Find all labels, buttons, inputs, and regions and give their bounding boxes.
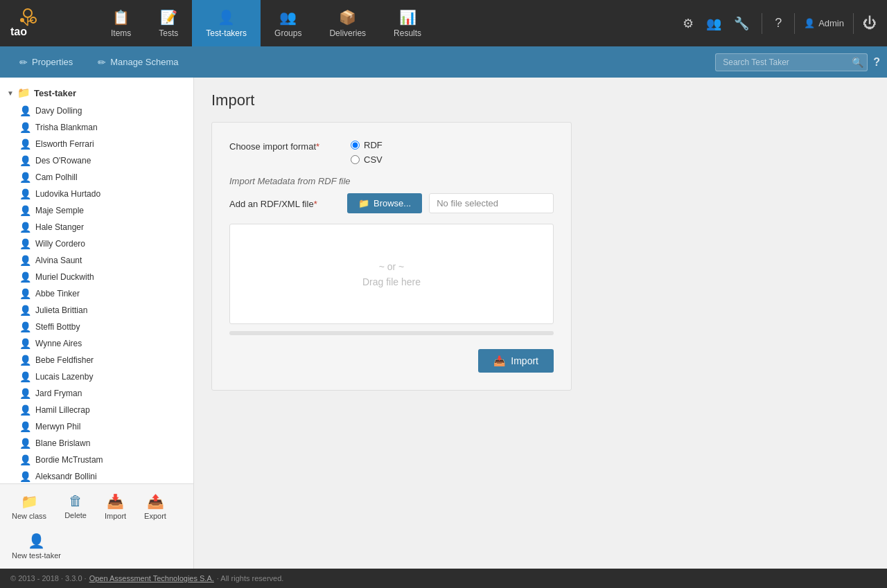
list-item[interactable]: 👤Merwyn Phil [0, 418, 193, 435]
format-rdf-radio[interactable] [351, 141, 360, 150]
logout-button[interactable]: ⏻ [863, 15, 877, 31]
tree-arrow-icon: ▼ [7, 89, 14, 97]
search-input[interactable] [715, 53, 868, 71]
person-icon: 👤 [19, 271, 31, 283]
content-area: Import Choose import format* RDF CSV [194, 78, 887, 569]
drag-drop-area[interactable]: ~ or ~ Drag file here [229, 224, 554, 324]
list-item[interactable]: 👤Des O'Rowane [0, 152, 193, 169]
tools-button[interactable]: 🔧 [730, 12, 753, 35]
list-item[interactable]: 👤Julieta Brittian [0, 302, 193, 319]
list-item[interactable]: 👤Davy Dolling [0, 103, 193, 119]
logo-area: tao [0, 8, 97, 39]
person-name: Trisha Blankman [35, 123, 98, 132]
nav-item-test-takers[interactable]: 👤 Test-takers [192, 0, 261, 46]
person-name: Ludovika Hurtado [35, 189, 100, 199]
person-name: Cam Polhill [35, 172, 78, 182]
list-item[interactable]: 👤Steffi Bottby [0, 319, 193, 335]
svg-line-4 [22, 20, 28, 26]
list-item[interactable]: 👤Blane Brislawn [0, 435, 193, 452]
nav-label-tests: Tests [159, 28, 178, 38]
nav-label-deliveries: Deliveries [329, 28, 366, 38]
list-item[interactable]: 👤Lucais Lazenby [0, 368, 193, 385]
footer-rights: · All rights reserved. [217, 574, 284, 582]
file-label: Add an RDF/XML file* [229, 197, 340, 209]
format-row: Choose import format* RDF CSV [229, 140, 554, 165]
list-item[interactable]: 👤Maje Semple [0, 202, 193, 219]
import-button[interactable]: 📥 Import [96, 488, 134, 526]
sidebar: ▼ 📁 Test-taker 👤Davy Dolling👤Trisha Blan… [0, 78, 194, 569]
properties-edit-icon: ✏ [19, 57, 28, 68]
list-item[interactable]: 👤Trisha Blankman [0, 119, 193, 136]
new-test-taker-icon: 👤 [28, 533, 45, 549]
nav-label-items: Items [111, 28, 131, 38]
list-item[interactable]: 👤Bordie McTrustam [0, 452, 193, 468]
settings-button[interactable]: ⚙ [679, 12, 697, 35]
format-csv-radio[interactable] [351, 155, 360, 164]
logo-icon: tao [7, 8, 42, 39]
svg-point-0 [24, 9, 32, 17]
schema-edit-icon: ✏ [98, 57, 106, 68]
export-label: Export [144, 512, 166, 520]
help-button[interactable]: ? [771, 12, 785, 34]
person-name: Muriel Duckwith [35, 272, 94, 282]
footer-copyright: © 2013 - 2018 · 3.3.0 · [10, 574, 87, 582]
list-item[interactable]: 👤Aleksandr Bollini [0, 468, 193, 483]
person-icon: 👤 [19, 454, 31, 465]
nav-item-groups[interactable]: 👥 Groups [261, 0, 315, 46]
items-icon: 📋 [112, 9, 130, 26]
search-icon-btn[interactable]: 🔍 [852, 57, 863, 68]
browse-button[interactable]: 📁 Browse... [347, 193, 422, 213]
footer-company-link[interactable]: Open Assessment Technologies S.A. [89, 574, 214, 582]
nav-item-results[interactable]: 📊 Results [380, 0, 435, 46]
divider2 [794, 13, 795, 34]
person-icon: 👤 [19, 371, 31, 382]
list-item[interactable]: 👤Hamil Lillecrap [0, 402, 193, 418]
sidebar-tree: ▼ 📁 Test-taker 👤Davy Dolling👤Trisha Blan… [0, 78, 193, 483]
list-item[interactable]: 👤Bebe Feldfisher [0, 352, 193, 368]
person-name: Lucais Lazenby [35, 372, 93, 382]
export-button[interactable]: 📤 Export [136, 488, 175, 526]
format-csv-option[interactable]: CSV [351, 154, 383, 165]
list-item[interactable]: 👤Willy Cordero [0, 235, 193, 252]
subnav-properties[interactable]: ✏ Properties [7, 46, 85, 78]
progress-bar-wrap [229, 331, 554, 335]
person-name: Willy Cordero [35, 239, 85, 249]
format-rdf-option[interactable]: RDF [351, 140, 383, 150]
person-name: Des O'Rowane [35, 156, 91, 166]
person-icon: 👤 [19, 321, 31, 332]
list-item[interactable]: 👤Wynne Aires [0, 335, 193, 352]
person-icon: 👤 [19, 255, 31, 266]
nav-item-items[interactable]: 📋 Items [97, 0, 145, 46]
list-item[interactable]: 👤Elsworth Ferrari [0, 136, 193, 152]
list-item[interactable]: 👤Muriel Duckwith [0, 269, 193, 285]
person-name: Abbe Tinker [35, 289, 80, 299]
users-button[interactable]: 👥 [703, 12, 725, 35]
list-item[interactable]: 👤Abbe Tinker [0, 285, 193, 302]
list-item[interactable]: 👤Hale Stanger [0, 219, 193, 235]
list-item[interactable]: 👤Ludovika Hurtado [0, 186, 193, 202]
subnav-search-area: 🔍 ? [715, 53, 880, 71]
list-item[interactable]: 👤Cam Polhill [0, 169, 193, 186]
top-nav: tao 📋 Items 📝 Tests 👤 Test-takers 👥 Grou… [0, 0, 887, 46]
person-name: Hamil Lillecrap [35, 405, 90, 415]
sidebar-root[interactable]: ▼ 📁 Test-taker [0, 83, 193, 103]
import-icon: 📥 [107, 493, 124, 510]
person-icon: 👤 [19, 471, 31, 482]
nav-item-tests[interactable]: 📝 Tests [145, 0, 192, 46]
new-test-taker-button[interactable]: 👤 New test-taker [3, 527, 69, 565]
person-name: Bebe Feldfisher [35, 355, 94, 365]
person-name: Bordie McTrustam [35, 455, 103, 465]
nav-item-deliveries[interactable]: 📦 Deliveries [315, 0, 380, 46]
list-item[interactable]: 👤Jard Fryman [0, 385, 193, 402]
divider3 [853, 13, 854, 34]
subnav-manage-schema[interactable]: ✏ Manage Schema [85, 46, 191, 78]
import-action-button[interactable]: 📥 Import [478, 349, 554, 373]
delete-button[interactable]: 🗑 Delete [56, 488, 95, 526]
test-takers-icon: 👤 [218, 9, 235, 26]
file-status: No file selected [429, 193, 554, 213]
subnav-help-button[interactable]: ? [873, 56, 880, 69]
main-area: ▼ 📁 Test-taker 👤Davy Dolling👤Trisha Blan… [0, 78, 887, 569]
list-item[interactable]: 👤Alvina Saunt [0, 252, 193, 269]
person-icon: 👤 [19, 122, 31, 133]
new-class-button[interactable]: 📁 New class [3, 488, 55, 526]
